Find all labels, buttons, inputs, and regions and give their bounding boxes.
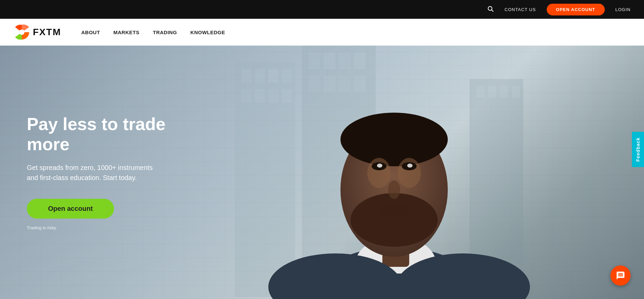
svg-rect-44 bbox=[302, 274, 490, 299]
hero-subtitle: Get spreads from zero, 1000+ instruments… bbox=[27, 163, 208, 183]
chat-button[interactable] bbox=[610, 265, 631, 286]
logo[interactable]: FXTM bbox=[13, 24, 61, 41]
nav-links: ABOUT MARKETS TRADING KNOWLEDGE bbox=[81, 28, 225, 37]
svg-point-33 bbox=[351, 193, 438, 247]
logo-text: FXTM bbox=[33, 27, 61, 38]
hero-content: Pay less to trade more Get spreads from … bbox=[0, 46, 235, 299]
svg-line-1 bbox=[492, 10, 493, 11]
hero-open-account-button[interactable]: Open account bbox=[27, 199, 114, 219]
chat-icon bbox=[616, 271, 625, 280]
nav-bar: FXTM ABOUT MARKETS TRADING KNOWLEDGE bbox=[0, 19, 644, 46]
svg-point-38 bbox=[377, 164, 382, 168]
hero-section: Pay less to trade more Get spreads from … bbox=[0, 46, 644, 299]
hero-title: Pay less to trade more bbox=[27, 114, 208, 155]
nav-trading[interactable]: TRADING bbox=[153, 28, 177, 37]
hero-disclaimer: Trading is risky. bbox=[27, 225, 208, 230]
fxtm-logo-icon bbox=[13, 24, 30, 41]
contact-us-link[interactable]: CONTACT US bbox=[504, 7, 536, 12]
top-bar: CONTACT US OPEN ACCOUNT LOGIN bbox=[0, 0, 644, 19]
top-open-account-button[interactable]: OPEN ACCOUNT bbox=[547, 4, 605, 15]
nav-about[interactable]: ABOUT bbox=[81, 28, 100, 37]
svg-point-3 bbox=[19, 29, 24, 35]
svg-point-41 bbox=[379, 203, 409, 217]
search-icon[interactable] bbox=[487, 5, 494, 14]
svg-point-40 bbox=[388, 180, 400, 199]
nav-knowledge[interactable]: KNOWLEDGE bbox=[191, 28, 225, 37]
feedback-tab[interactable]: Feedback bbox=[632, 132, 644, 167]
svg-point-39 bbox=[407, 164, 413, 168]
svg-point-32 bbox=[340, 113, 448, 166]
nav-markets[interactable]: MARKETS bbox=[113, 28, 140, 37]
login-link[interactable]: LOGIN bbox=[615, 7, 631, 12]
